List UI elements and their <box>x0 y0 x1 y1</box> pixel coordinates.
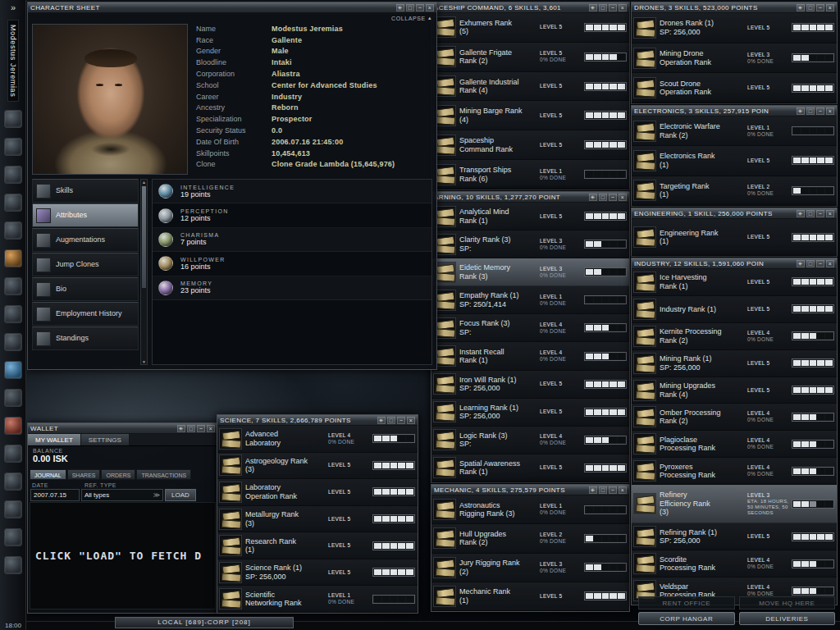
window-control-maximize-button[interactable]: □ <box>599 4 607 11</box>
skill-row-eidetic-memory[interactable]: Eidetic MemoryRank (3)LEVEL 30% DONE <box>431 258 629 286</box>
skill-row-metallurgy-rank[interactable]: Metallurgy Rank(3)LEVEL 5 <box>217 506 418 533</box>
window-control-pin-button[interactable]: ✳ <box>589 486 597 494</box>
skill-row-refining-rank-1[interactable]: Refining Rank (1)SP: 256,000LEVEL 5 <box>632 523 837 550</box>
window-control-minimize-button[interactable]: − <box>416 4 424 11</box>
scroll-down-icon[interactable]: ▼ <box>141 359 147 364</box>
nav-scrollbar[interactable]: ▲ ▼ <box>140 179 148 365</box>
window-titlebar[interactable]: DRONES, 3 SKILLS, 523,000 POINTS✳□−× <box>632 2 837 13</box>
skill-row-learning-rank-1[interactable]: Learning Rank (1)SP: 256,000LEVEL 5 <box>431 399 629 427</box>
window-control-close-button[interactable]: × <box>826 4 834 11</box>
skill-row-plagioclase[interactable]: PlagioclaseProcessing RankLEVEL 40% DONE <box>632 431 837 458</box>
skill-row-pyroxeres[interactable]: PyroxeresProcessing RankLEVEL 40% DONE <box>632 458 837 485</box>
window-titlebar[interactable]: ELECTRONICS, 3 SKILLS, 257,915 POIN✳□−× <box>632 106 837 116</box>
window-control-maximize-button[interactable]: □ <box>387 417 395 424</box>
window-control-pin-button[interactable]: ✳ <box>589 4 597 11</box>
neocom-cargo-icon[interactable] <box>4 305 22 323</box>
window-titlebar[interactable]: MECHANIC, 4 SKILLS, 275,579 POINTS✳□−× <box>431 485 629 495</box>
neocom-journal-icon[interactable] <box>4 417 22 435</box>
window-titlebar[interactable]: SCIENCE, 7 SKILLS, 2,666,789 POINTS✳□−× <box>217 415 418 426</box>
neocom-corporation-icon[interactable] <box>4 361 22 379</box>
window-control-close-button[interactable]: × <box>407 417 415 424</box>
neocom-assets-icon[interactable] <box>4 249 22 267</box>
window-control-minimize-button[interactable]: − <box>197 425 205 432</box>
window-control-minimize-button[interactable]: − <box>816 107 824 115</box>
skill-row-scordite[interactable]: ScorditeProcessing RankLEVEL 40% DONE <box>632 550 837 578</box>
skill-row-astrogeology-rank[interactable]: Astrogeology Rank(3)LEVEL 5 <box>217 453 418 480</box>
skill-row-iron-will-rank-1[interactable]: Iron Will Rank (1)SP: 256,000LEVEL 5 <box>431 371 629 399</box>
window-control-minimize-button[interactable]: − <box>816 260 824 267</box>
window-control-pin-button[interactable]: ✳ <box>589 194 597 201</box>
neocom-wallet-icon[interactable] <box>4 194 22 212</box>
skill-row-transport-ships[interactable]: Transport ShipsRank (6)LEVEL 10% DONE <box>431 160 629 189</box>
skill-row-drones-rank-1[interactable]: Drones Rank (1)SP: 256,000LEVEL 5 <box>632 13 837 43</box>
neocom-settings-icon[interactable] <box>4 472 22 491</box>
skill-row-research-rank[interactable]: Research Rank(1)LEVEL 5 <box>217 532 418 559</box>
neocom-character-icon[interactable] <box>4 110 22 128</box>
skill-row-laboratory[interactable]: LaboratoryOperation RankLEVEL 5 <box>217 479 418 506</box>
wallet-tab-my-wallet[interactable]: MY WALLET <box>28 434 81 445</box>
window-titlebar[interactable]: ENGINEERING, 1 SKILL, 256,000 POINTS✳□−× <box>632 208 837 219</box>
collapse-button[interactable]: COLLAPSE ▴ <box>391 15 431 21</box>
neocom-fitting-icon[interactable] <box>4 277 22 295</box>
window-control-maximize-button[interactable]: □ <box>599 194 607 201</box>
skill-row-scout-drone[interactable]: Scout DroneOperation RankLEVEL 5 <box>632 73 837 103</box>
skill-row-gallente-industrial[interactable]: Gallente IndustrialRank (4)LEVEL 5 <box>431 72 629 102</box>
wallet-titlebar[interactable]: WALLET ✳□−× <box>28 423 217 434</box>
wallet-subtab-transactions[interactable]: TRANSACTIONS <box>136 469 191 480</box>
neocom-log-icon[interactable] <box>4 556 22 574</box>
window-control-maximize-button[interactable]: □ <box>806 107 815 115</box>
sheet-nav-skills[interactable]: Skills <box>32 179 139 203</box>
wallet-subtab-journal[interactable]: JOURNAL <box>30 469 66 480</box>
window-control-pin-button[interactable]: ✳ <box>797 4 805 11</box>
wallet-subtab-orders[interactable]: ORDERS <box>101 469 135 480</box>
window-control-pin-button[interactable]: ✳ <box>797 260 805 267</box>
skill-row-gallente-frigate[interactable]: Gallente FrigateRank (2)LEVEL 50% DONE <box>431 43 629 72</box>
window-control-close-button[interactable]: × <box>826 107 834 115</box>
window-control-pin-button[interactable]: ✳ <box>377 417 386 424</box>
neocom-agents-icon[interactable] <box>4 389 22 407</box>
skill-row-mining-rank-1[interactable]: Mining Rank (1)SP: 256,000LEVEL 5 <box>632 350 837 377</box>
window-control-close-button[interactable]: × <box>619 4 627 11</box>
skill-row-refinery[interactable]: RefineryEfficiency Rank(3)LEVEL 3ETA: 18… <box>632 485 837 523</box>
skill-row-electronic-warfare[interactable]: Electronic WarfareRank (2)LEVEL 10% DONE <box>632 116 837 146</box>
neocom-science-icon[interactable] <box>4 333 22 351</box>
date-input[interactable]: 2007.07.15 <box>30 489 80 501</box>
skill-row-logic-rank-3[interactable]: Logic Rank (3)SP:LEVEL 40% DONE <box>431 427 629 454</box>
skill-row-mining-barge-rank[interactable]: Mining Barge Rank(4)LEVEL 5 <box>431 101 629 130</box>
skill-row-exhumers-rank[interactable]: Exhumers Rank(5)LEVEL 5 <box>431 13 629 43</box>
skill-row-hull-upgrades[interactable]: Hull UpgradesRank (2)LEVEL 20% DONE <box>431 524 629 553</box>
load-button[interactable]: LOAD <box>165 489 196 501</box>
skill-row-focus-rank-3[interactable]: Focus Rank (3)SP:LEVEL 40% DONE <box>431 314 629 342</box>
window-control-minimize-button[interactable]: − <box>609 4 617 11</box>
sheet-nav-augmentations[interactable]: Augmentations <box>32 228 139 252</box>
station-button-move-hq-here[interactable]: MOVE HQ HERE <box>739 596 836 609</box>
sheet-nav-attributes[interactable]: Attributes <box>32 203 139 227</box>
window-control-maximize-button[interactable]: □ <box>187 425 195 432</box>
station-button-deliveries[interactable]: DELIVERIES <box>739 612 836 625</box>
window-control-maximize-button[interactable]: □ <box>806 4 815 11</box>
window-control-maximize-button[interactable]: □ <box>806 210 815 217</box>
skill-row-spaceship[interactable]: SpaceshipCommand RankLEVEL 5 <box>431 130 629 160</box>
window-control-minimize-button[interactable]: − <box>816 4 824 11</box>
skill-row-engineering-rank[interactable]: Engineering Rank(1)LEVEL 5 <box>632 219 837 256</box>
window-control-close-button[interactable]: × <box>619 194 627 201</box>
skill-row-clarity-rank-3[interactable]: Clarity Rank (3)SP:LEVEL 30% DONE <box>431 231 629 258</box>
window-control-minimize-button[interactable]: − <box>609 486 617 494</box>
skill-row-science-rank-1[interactable]: Science Rank (1)SP: 256,000LEVEL 5 <box>217 559 418 587</box>
skill-row-instant-recall[interactable]: Instant RecallRank (1)LEVEL 40% DONE <box>431 342 629 370</box>
window-titlebar[interactable]: INDUSTRY, 12 SKILLS, 1,591,060 POIN✳□−× <box>632 258 837 269</box>
skill-row-mining-upgrades[interactable]: Mining UpgradesRank (4)LEVEL 5 <box>632 377 837 404</box>
chat-tab-local-corp[interactable]: LOCAL [689]-CORP [208] <box>115 617 294 628</box>
window-control-maximize-button[interactable]: □ <box>406 4 414 11</box>
sheet-nav-jump-clones[interactable]: Jump Clones <box>32 253 139 276</box>
skill-row-omber-processing[interactable]: Omber ProcessingRank (2)LEVEL 40% DONE <box>632 404 837 431</box>
window-titlebar[interactable]: ARNING, 10 SKILLS, 1,277,270 POINT✳□−× <box>431 192 629 203</box>
wallet-subtab-shares[interactable]: SHARES <box>67 469 101 480</box>
window-control-minimize-button[interactable]: − <box>816 210 824 217</box>
window-control-pin-button[interactable]: ✳ <box>797 210 805 217</box>
window-control-close-button[interactable]: × <box>826 210 834 217</box>
neocom-people-icon[interactable] <box>4 500 22 518</box>
skill-row-jury-rigging-rank[interactable]: Jury Rigging Rank(2)LEVEL 30% DONE <box>431 554 629 582</box>
window-control-close-button[interactable]: × <box>207 425 215 432</box>
window-control-close-button[interactable]: × <box>619 486 627 494</box>
